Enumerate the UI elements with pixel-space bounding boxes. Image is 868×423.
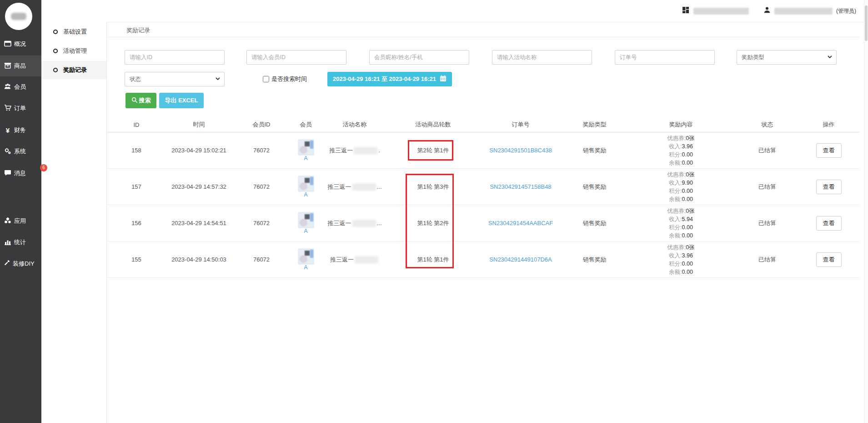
reward-type-select-value: 奖励类型 [742,54,764,61]
order-number-link[interactable]: SN2304291449107D6A [489,256,552,263]
cell-rounds: 第1轮 第2件 [389,219,477,227]
cell-order-no: SN2304291454AABCAF [477,220,564,227]
cell-order-no: SN2304291457158B48 [477,183,564,190]
view-button[interactable]: 查看 [816,180,842,194]
view-button[interactable]: 查看 [816,143,842,158]
search-button[interactable]: 搜索 [125,93,156,108]
cell-member: A [291,212,321,234]
submenu-item-basic-settings[interactable]: 基础设置 [41,23,106,41]
table-row: 157 2023-04-29 14:57:32 76072 A 推三返一... … [107,169,859,205]
submenu-item-label: 基础设置 [63,28,87,36]
overview-icon [4,40,11,49]
cell-activity: 推三返一... [321,219,389,227]
workspace-avatar[interactable] [5,3,32,30]
col-header-rounds: 活动商品轮数 [389,121,477,129]
status-select-value: 状态 [130,76,141,83]
sidebar-item-label: 财务 [14,126,26,134]
user-icon[interactable] [763,6,771,15]
apps-icon [4,217,11,226]
cell-action: 查看 [798,180,859,194]
cell-member-id: 76072 [232,256,291,263]
activity-name-input[interactable] [492,50,592,65]
submenu-item-reward-records[interactable]: 奖励记录 [41,61,106,79]
sidebar-item-diy[interactable]: 装修DIY [0,254,41,274]
sidebar-item-overview[interactable]: 概况 [0,34,41,54]
cell-reward-type: 销售奖励 [564,256,625,264]
id-input[interactable] [125,50,225,65]
main-sidebar: 概况 商品 会员 订单 ¥ 财务 系统 消息 6 应用 统计 装修DIY [0,0,41,423]
sidebar-item-label: 系统 [14,147,26,156]
circle-icon [53,68,58,72]
member-avatar [298,176,314,191]
admin-role-suffix: (管理员) [836,7,856,15]
cell-status: 已结算 [737,219,798,227]
sidebar-item-members[interactable]: 会员 [0,77,41,97]
circle-icon [53,30,58,34]
order-number-link[interactable]: SN2304291457158B48 [490,183,551,190]
sidebar-item-label: 统计 [14,238,26,247]
cell-member: A [291,249,321,271]
date-range-button[interactable]: 2023-04-29 16:21 至 2023-04-29 16:21 [327,72,452,86]
sidebar-item-label: 装修DIY [13,260,35,268]
cell-time: 2023-04-29 14:57:32 [166,183,232,190]
sidebar-item-stats[interactable]: 统计 [0,232,41,252]
status-select[interactable]: 状态 [125,72,225,86]
diy-icon [3,260,10,268]
cell-activity: 推三返一. [321,146,389,155]
export-excel-button[interactable]: 导出 EXCEL [159,93,204,108]
apps-grid-icon[interactable] [682,6,690,16]
redacted-workspace-name [693,8,749,15]
member-initial[interactable]: A [304,156,307,161]
order-no-input[interactable] [615,50,715,65]
stats-icon [4,238,11,247]
member-avatar [298,249,314,264]
sidebar-item-goods[interactable]: 商品 [0,55,41,76]
sidebar-item-system[interactable]: 系统 [0,141,41,161]
member-avatar [298,212,314,228]
cell-action: 查看 [798,216,859,231]
chevron-down-icon [827,54,833,61]
export-excel-label: 导出 EXCEL [165,96,198,105]
finance-icon: ¥ [4,126,11,134]
sidebar-item-apps[interactable]: 应用 [0,211,41,231]
cell-id: 155 [107,256,166,263]
order-number-link[interactable]: SN2304291454AABCAF [488,220,553,227]
cell-time: 2023-04-29 14:54:51 [166,220,232,227]
calendar-icon [440,75,447,83]
view-button[interactable]: 查看 [816,252,842,267]
sidebar-item-orders[interactable]: 订单 [0,98,41,118]
cell-member-id: 76072 [232,220,291,227]
col-header-time: 时间 [166,121,232,129]
scrollbar-thumb[interactable] [865,5,868,41]
member-initial[interactable]: A [304,228,307,234]
table-row: 158 2023-04-29 15:02:21 76072 A 推三返一. 第2… [107,132,859,169]
nickname-input[interactable] [369,50,469,65]
search-time-checkbox[interactable] [263,76,269,82]
member-initial[interactable]: A [304,265,307,271]
table-row: 155 2023-04-29 14:50:03 76072 A 推三返一 第1轮… [107,242,859,278]
sidebar-item-label: 商品 [14,62,26,70]
submenu-item-label: 奖励记录 [63,66,87,74]
cell-time: 2023-04-29 15:02:21 [166,147,232,154]
cell-member: A [291,140,321,161]
cell-action: 查看 [798,143,859,158]
member-initial[interactable]: A [304,192,307,198]
col-header-activity: 活动名称 [321,121,389,129]
reward-type-select[interactable]: 奖励类型 [737,50,837,65]
sidebar-item-label: 消息 [14,170,26,176]
member-id-input[interactable] [246,50,346,65]
title-divider [107,37,859,37]
cell-status: 已结算 [737,146,798,155]
cell-order-no: SN2304291449107D6A [477,256,564,263]
sidebar-item-finance[interactable]: ¥ 财务 [0,120,41,140]
cell-id: 156 [107,220,166,227]
view-button[interactable]: 查看 [816,216,842,231]
submenu-item-activity-management[interactable]: 活动管理 [41,42,106,60]
cell-activity: 推三返一... [321,183,389,191]
cell-id: 157 [107,183,166,190]
cell-time: 2023-04-29 14:50:03 [166,256,232,263]
cell-activity: 推三返一 [321,256,389,264]
sidebar-item-messages[interactable]: 消息 6 [0,163,41,183]
order-number-link[interactable]: SN2304291501B8C438 [489,147,552,154]
circle-icon [53,49,58,53]
